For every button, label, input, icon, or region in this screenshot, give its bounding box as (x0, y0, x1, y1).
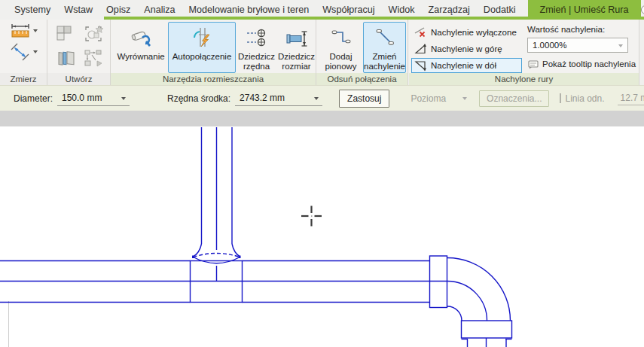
transform-arrows-icon (83, 49, 104, 68)
justification-label: Wyrównanie (117, 52, 164, 62)
panel-caption-zmierz: Zmierz (0, 73, 47, 85)
tooltip-icon (527, 59, 539, 69)
panel-caption-odsun: Odsuń połączenia (316, 73, 407, 85)
ribbon: Zmierz (0, 20, 644, 85)
slope-off-label: Nachylenie wyłączone (431, 28, 517, 37)
show-slope-tooltip-toggle[interactable]: Pokaż tooltip nachylenia (527, 59, 636, 69)
change-slope-button[interactable]: Zmień nachylenie (363, 22, 406, 73)
horizontal-pipe[interactable] (0, 261, 447, 303)
panel-caption-utworz: Utwórz (47, 73, 110, 85)
slope-down-icon (414, 59, 427, 72)
view-top-strip (0, 111, 644, 126)
autoconnect-label: Autopołączenie (172, 52, 232, 62)
panel-utworz: Utwórz (47, 20, 111, 85)
ribbon-tab-bar: Systemy Wstaw Opisz Analiza Modelowanie … (0, 0, 644, 20)
group-region-icon (83, 24, 104, 44)
slope-up-icon (414, 43, 427, 55)
inherit-elevation-icon (246, 26, 268, 49)
change-slope-label: Zmień nachylenie (364, 52, 405, 72)
horizontal-justify-caret-icon (462, 97, 467, 100)
diameter-value: 150.0 mm (62, 93, 102, 103)
tee-fitting[interactable] (191, 244, 243, 303)
panel-zmierz: Zmierz (0, 20, 47, 85)
inherit-size-label: Dziedzicz rozmiar (277, 52, 316, 72)
slope-value-combobox[interactable]: 1.0000% (527, 38, 628, 53)
slope-up-option[interactable]: Nachylenie w górę (411, 41, 522, 56)
slope-off-icon (414, 26, 427, 38)
diameter-combobox[interactable]: 150.0 mm (57, 91, 130, 106)
autoconnect-button[interactable]: Autopołączenie (168, 22, 236, 73)
drawing-canvas[interactable] (0, 126, 644, 347)
leader-label: Linia odn. (565, 93, 604, 104)
add-vertical-button[interactable]: Dodaj pionowy (319, 22, 362, 73)
options-bar: Diameter: 150.0 mm Rzędna środka: 2743.2… (0, 85, 644, 111)
wall-parts-icon (54, 49, 77, 68)
slope-value-label: Wartość nachylenia: (527, 25, 605, 34)
measure-dropdown-caret-icon[interactable] (33, 29, 38, 32)
show-slope-tooltip-label: Pokaż tooltip nachylenia (542, 59, 636, 68)
measure-between-refs-button[interactable] (10, 43, 38, 61)
create-assembly-button[interactable] (50, 46, 81, 71)
create-parts-button[interactable] (81, 46, 106, 71)
ribbon-collapse-control (641, 0, 644, 20)
panel-nachylone-rury: Nachylenie wyłączone Nachylenie w górę N… (409, 20, 639, 85)
measure2-dropdown-caret-icon[interactable] (33, 50, 38, 53)
inherit-size-button[interactable]: Dziedzicz rozmiar (276, 22, 316, 73)
create-group-button[interactable] (79, 21, 108, 46)
vertical-pipe[interactable] (202, 127, 233, 250)
measure-tool-button[interactable] (10, 23, 38, 39)
slope-up-label: Nachylenie w górę (431, 44, 502, 53)
down-pipe[interactable] (462, 338, 512, 347)
slope-down-label: Nachylenie w dół (431, 61, 496, 70)
add-vertical-label: Dodaj pionowy (320, 52, 362, 72)
measure-diagonal-icon (10, 43, 31, 61)
slope-value-caret-icon[interactable] (618, 44, 623, 47)
inherit-elevation-label: Dziedzicz rzędna (237, 52, 276, 72)
change-slope-icon (374, 26, 396, 49)
offset-value: 2743.2 mm (240, 93, 285, 103)
tab-systemy[interactable]: Systemy (8, 0, 57, 20)
leader-length-field: 12.7 mm (618, 91, 644, 105)
justification-button[interactable]: Wyrównanie (114, 22, 167, 73)
inherit-size-icon (285, 26, 308, 49)
apply-button[interactable]: Zastosuj (339, 90, 389, 108)
add-vertical-icon (330, 26, 353, 49)
tab-zmien-umiesc-rura-active[interactable]: Zmień | Umieść Rura (528, 0, 641, 20)
revit-window: Systemy Wstaw Opisz Analiza Modelowanie … (0, 0, 644, 347)
tab-wstaw[interactable]: Wstaw (57, 0, 99, 20)
offset-caret-icon[interactable] (314, 97, 319, 100)
offset-label: Rzędna środka: (167, 93, 230, 104)
ribbon-collapse-button[interactable] (641, 5, 644, 14)
crosshair-cursor (301, 206, 322, 227)
pipe-drawing (0, 126, 644, 347)
pipe-wrench-icon (130, 26, 152, 49)
slope-value-text: 1.0000% (533, 41, 566, 50)
panel-caption-narzedzia: Narzędzia rozmieszczania (111, 73, 316, 85)
measure-ruler-icon (10, 23, 31, 39)
autoconnect-icon (191, 26, 213, 49)
inherit-elevation-button[interactable]: Dziedzicz rzędna (237, 22, 276, 73)
slope-off-option[interactable]: Nachylenie wyłączone (411, 25, 522, 40)
create-similar-button[interactable] (50, 21, 79, 46)
diameter-label: Diameter: (14, 93, 53, 104)
offset-combobox[interactable]: 2743.2 mm (235, 91, 322, 106)
panel-caption-nachylone: Nachylone rury (409, 73, 639, 85)
panel-odsun-polaczenia: Dodaj pionowy Zmień nachylenie Odsuń poł… (316, 20, 408, 85)
diameter-caret-icon[interactable] (121, 97, 126, 100)
horizontal-justify-label: Pozioma (411, 93, 446, 104)
slope-down-option[interactable]: Nachylenie w dół (411, 58, 522, 73)
elbow-fitting[interactable] (430, 256, 512, 338)
panel-narzedzia-rozmieszczania: Wyrównanie Autopołączenie (111, 20, 316, 85)
pipe-network[interactable] (0, 127, 512, 347)
leader-checkbox (560, 93, 561, 103)
cubes-icon (55, 24, 75, 44)
tags-button: Oznaczenia... (479, 90, 549, 107)
